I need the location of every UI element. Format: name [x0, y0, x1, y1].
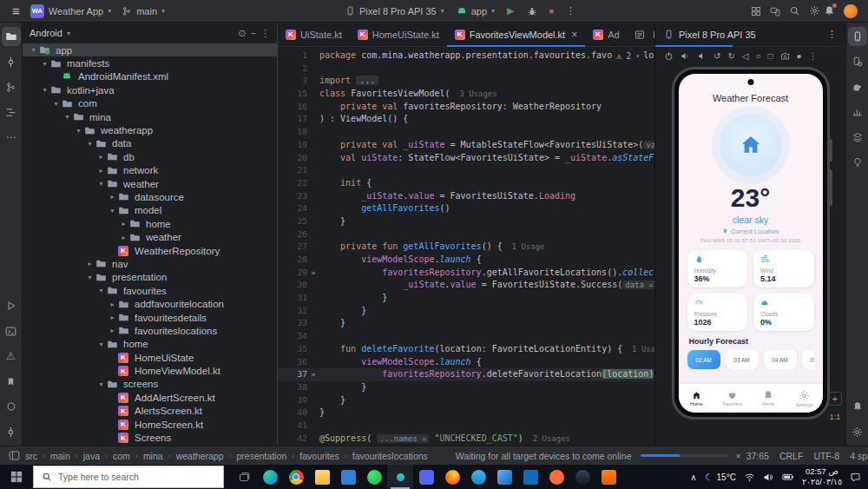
search-icon[interactable]	[789, 5, 800, 17]
terminal-tool-icon[interactable]	[2, 321, 21, 340]
locate-file-icon[interactable]: ⊙	[238, 28, 246, 39]
device-manager-tool-icon[interactable]	[848, 52, 867, 71]
taskbar-photos-icon[interactable]	[491, 465, 517, 489]
breadcrumb-java[interactable]: java	[83, 451, 100, 461]
tree-item-app[interactable]: ▾app	[23, 43, 277, 56]
taskbar-steam-icon[interactable]	[569, 465, 595, 489]
code-line-34[interactable]: 34	[278, 330, 654, 343]
hour-chip-04 AM[interactable]: 04 AM	[764, 350, 797, 369]
run-tool-icon[interactable]	[2, 296, 21, 315]
device-selector[interactable]: Pixel 8 Pro API 35 ▾	[340, 3, 450, 19]
taskbar-vlc-icon[interactable]	[595, 465, 621, 489]
indent-setting[interactable]: 4 spaces	[850, 451, 868, 461]
running-devices-tool-icon[interactable]	[848, 27, 867, 46]
code-line-23[interactable]: 23 _uiState.value = FavoritesUiState.Loa…	[278, 190, 654, 203]
code-line-41[interactable]: 41	[278, 420, 654, 433]
code-line-1[interactable]: 1package com.mina.weatherapp.presentatio…	[278, 50, 654, 63]
project-selector[interactable]: WA Weather App ▾	[25, 2, 116, 21]
nav-item-settings[interactable]: Settings	[786, 384, 823, 413]
code-line-38[interactable]: 38 }	[278, 381, 654, 394]
overview-icon[interactable]: □	[768, 52, 773, 61]
volume-icon[interactable]	[763, 472, 774, 483]
zoom-level[interactable]: 1:1	[830, 413, 841, 421]
code-line-33[interactable]: 33 }	[278, 317, 654, 330]
hour-chip-02 AM[interactable]: 02 AM	[687, 350, 720, 369]
more-tools-icon[interactable]: ⋯	[2, 128, 21, 147]
tree-item-addfavouritelocation[interactable]: ▸addfavouritelocation	[23, 297, 277, 310]
tree-item-datasource[interactable]: ▸datasource	[23, 190, 277, 203]
taskbar-edge-icon[interactable]	[257, 465, 283, 489]
collapse-all-icon[interactable]: −	[251, 28, 256, 38]
caret-position[interactable]: 37:65	[746, 451, 769, 461]
file-encoding[interactable]: UTF-8	[813, 451, 839, 461]
bookmarks-tool-icon[interactable]	[2, 372, 21, 391]
code-line-28[interactable]: 28 viewModelScope.launch {	[278, 254, 654, 267]
tab-list-icon[interactable]	[635, 30, 645, 40]
taskbar-file-explorer-icon[interactable]	[309, 465, 335, 489]
start-button[interactable]	[0, 465, 33, 489]
screen-record-icon[interactable]: ●	[797, 52, 802, 61]
editor-tab-Ad[interactable]: KAd	[585, 23, 627, 46]
code-line-21[interactable]: 21	[278, 164, 654, 177]
tree-item-weather[interactable]: ▸weather	[23, 230, 277, 243]
tree-item-screens[interactable]: ▾screens	[23, 378, 277, 391]
back-icon[interactable]: ◁	[742, 52, 749, 61]
gradle-tool-icon[interactable]	[848, 77, 867, 96]
tree-item-data[interactable]: ▾data	[23, 137, 277, 150]
code-area[interactable]: 1package com.mina.weatherapp.presentatio…	[278, 47, 654, 445]
code-line-35[interactable]: 35 fun deleteFavorite(location: Favorite…	[278, 343, 654, 356]
code-line-17[interactable]: 17) : ViewModel() {	[278, 113, 654, 126]
breadcrumb-src[interactable]: src	[25, 451, 37, 461]
code-line-25[interactable]: 25 }	[278, 215, 654, 228]
phone-screen[interactable]: Weather Forecast 23° clear sky Current L…	[679, 74, 823, 413]
tree-item-home[interactable]: ▸home	[23, 217, 277, 230]
version-control-tool-icon[interactable]	[2, 422, 21, 441]
task-view-button[interactable]	[231, 465, 257, 489]
tree-item-favouriteslocations[interactable]: ▸favouriteslocations	[23, 324, 277, 337]
main-menu-icon[interactable]: ≡	[7, 3, 25, 18]
breadcrumb-main[interactable]: main	[50, 451, 70, 461]
app-quality-insights-tool-icon[interactable]	[848, 102, 867, 122]
tree-item-weatherapp[interactable]: ▾weatherapp	[23, 123, 277, 136]
code-line-30[interactable]: 30 _uiState.value = FavoritesUiState.Suc…	[278, 279, 654, 292]
tree-item-home[interactable]: ▾home	[23, 338, 277, 351]
taskbar-firefox-icon[interactable]	[439, 465, 465, 489]
tree-item-favourites[interactable]: ▾favourites	[23, 284, 277, 297]
hour-chip-03 AM[interactable]: 03 AM	[726, 350, 759, 369]
more-options-icon[interactable]: ⋮	[260, 28, 270, 39]
code-line-15[interactable]: 15class FavoritesViewModel( 3 Usages	[278, 88, 654, 101]
screenshot-icon[interactable]	[780, 51, 790, 61]
taskbar-search[interactable]	[33, 466, 224, 488]
editor-tab-UiState.kt[interactable]: KUiState.kt	[278, 23, 350, 46]
home-button-icon[interactable]: ○	[755, 52, 760, 61]
power-icon[interactable]	[664, 51, 674, 61]
nav-item-favorites[interactable]: Favorites	[714, 384, 751, 413]
more-run-actions-icon[interactable]: ⋮	[561, 3, 581, 19]
code-line-26[interactable]: 26	[278, 228, 654, 241]
settings-icon[interactable]	[809, 5, 820, 17]
assistant-tool-icon[interactable]	[848, 153, 867, 172]
settings-sync-tool-icon[interactable]	[848, 422, 867, 441]
tree-item-network[interactable]: ▸network	[23, 164, 277, 177]
code-line-32[interactable]: 32 }	[278, 305, 654, 318]
run-button[interactable]: ▶	[502, 3, 519, 19]
line-separator[interactable]: CRLF	[779, 451, 803, 461]
code-line-22[interactable]: 22 init {	[278, 177, 654, 190]
code-line-2[interactable]: 2	[278, 63, 654, 76]
device-mirror-icon[interactable]	[770, 6, 780, 17]
rotate-right-icon[interactable]: ↻	[727, 52, 734, 61]
breadcrumb-com[interactable]: com	[113, 451, 130, 461]
stop-button[interactable]: ■	[544, 4, 559, 18]
breadcrumb-presentation[interactable]: presentation	[237, 451, 287, 461]
commit-tool-icon[interactable]	[2, 52, 21, 71]
taskbar-discord-icon[interactable]	[413, 465, 439, 489]
code-line-19[interactable]: 19 private val _uiState = MutableStateFl…	[278, 139, 654, 152]
pull-requests-tool-icon[interactable]	[2, 77, 21, 96]
toggle-panel-icon[interactable]	[9, 450, 20, 461]
code-line-24[interactable]: 24 getAllFavorites()	[278, 202, 654, 215]
run-configuration-selector[interactable]: app ▾	[451, 3, 500, 19]
notifications-icon[interactable]	[824, 5, 835, 17]
code-line-31[interactable]: 31 }	[278, 292, 654, 305]
tree-item-nav[interactable]: ▸nav	[23, 257, 277, 270]
resource-manager-tool-icon[interactable]	[848, 128, 867, 147]
